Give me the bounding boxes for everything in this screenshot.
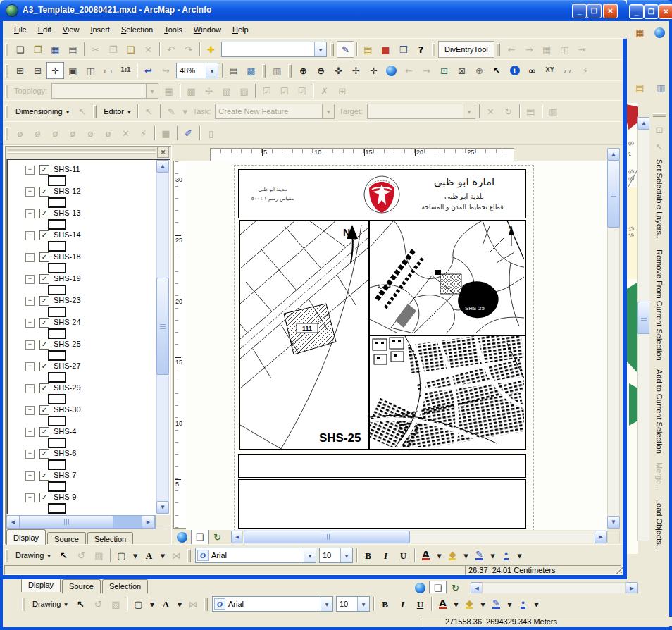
toc-drag-handle[interactable] — [8, 149, 156, 156]
layer-visibility-checkbox[interactable]: ✓ — [39, 405, 49, 415]
layer-name[interactable]: SHS-30 — [54, 405, 81, 414]
expand-collapse-toggle[interactable]: − — [25, 297, 35, 306]
refresh-view-button[interactable]: ↻ — [209, 530, 226, 544]
bold-button[interactable]: B — [359, 547, 377, 564]
layer-name[interactable]: SHS-6 — [54, 449, 76, 457]
expand-collapse-toggle[interactable]: − — [25, 231, 35, 240]
layer-visibility-checkbox[interactable]: ✓ — [39, 362, 49, 371]
find-button[interactable]: ∞ — [523, 62, 541, 79]
text-dropdown[interactable]: ▾ — [158, 547, 168, 564]
toc-scroll-down-button[interactable]: ▼ — [156, 501, 169, 514]
underline-button[interactable]: U — [411, 595, 429, 612]
menu-selection[interactable]: Selection — [116, 23, 158, 37]
expand-collapse-toggle[interactable]: − — [25, 450, 35, 459]
background-close-button[interactable]: ✕ — [659, 4, 672, 19]
one-to-one-button[interactable]: 1:1 — [117, 62, 135, 79]
go-back-extent-button[interactable]: ↩ — [139, 62, 157, 79]
layer-visibility-checkbox[interactable]: ✓ — [39, 427, 49, 437]
fill-color-button[interactable]: ◆ — [444, 547, 461, 564]
font-size-combo[interactable]: 10▼ — [319, 548, 353, 563]
layout-view-button[interactable]: ❏ — [191, 530, 209, 544]
layer-name[interactable]: SHS-19 — [54, 274, 81, 283]
expand-collapse-toggle[interactable]: − — [25, 319, 35, 328]
arccatalog-button[interactable]: ▤ — [359, 41, 377, 58]
combo-dropdown-arrow[interactable]: ▼ — [304, 548, 316, 562]
fill-color-dropdown[interactable]: ▾ — [478, 595, 487, 612]
layer-visibility-checkbox[interactable]: ✓ — [39, 252, 49, 262]
command-line-button[interactable]: ❒ — [394, 41, 412, 58]
text-tool-button[interactable]: A — [157, 595, 175, 612]
rectangle-tool-button[interactable]: ▢ — [130, 595, 147, 612]
layout-vscrollbar-thumb[interactable] — [607, 160, 620, 228]
zoom-to-selected-button[interactable]: ⊕ — [471, 62, 488, 79]
menu-view[interactable]: View — [57, 23, 85, 37]
pan-page-button[interactable]: ✛ — [46, 62, 64, 79]
menu-tools[interactable]: Tools — [158, 23, 188, 37]
background-tab-selection[interactable]: Selection — [102, 579, 148, 593]
layer-name[interactable]: SHS-25 — [54, 340, 81, 348]
drawing-menu[interactable]: Drawing▼ — [28, 596, 72, 612]
background-minimize-button[interactable]: _ — [629, 4, 644, 19]
div-entry-tool-button[interactable]: DivEntryTool — [438, 41, 494, 58]
layer-symbol-swatch[interactable] — [48, 175, 66, 186]
refresh-view-button[interactable]: ↻ — [447, 581, 464, 595]
layer-visibility-checkbox[interactable]: ✓ — [39, 449, 49, 459]
data-view-button[interactable]: ● — [411, 581, 429, 595]
expand-collapse-toggle[interactable]: − — [25, 253, 35, 262]
shape-dropdown[interactable]: ▾ — [147, 595, 157, 612]
bold-button[interactable]: B — [376, 595, 394, 612]
pan-button[interactable]: ✛ — [365, 62, 382, 79]
layer-visibility-checkbox[interactable]: ✓ — [39, 383, 49, 393]
layer-name[interactable]: SHS-11 — [54, 165, 80, 173]
fill-color-button[interactable]: ◆ — [461, 595, 478, 612]
layer-symbol-swatch[interactable] — [48, 416, 66, 426]
background-tab-source[interactable]: Source — [62, 579, 101, 593]
toc-hscrollbar-thumb[interactable] — [19, 515, 113, 529]
layer-symbol-swatch[interactable] — [48, 481, 66, 492]
italic-button[interactable]: I — [377, 547, 394, 564]
background-toolbox-icon[interactable]: ▦ — [631, 24, 649, 41]
new-map-button[interactable]: ❏ — [11, 41, 29, 58]
layer-symbol-swatch[interactable] — [48, 459, 66, 470]
layer-symbol-swatch[interactable] — [48, 328, 66, 339]
layout-workspace[interactable]: مدينة ابو ظبى مقياس رسم ١ : ٥٠٠ امارة اب… — [186, 161, 607, 530]
layer-visibility-checkbox[interactable]: ✓ — [39, 340, 49, 350]
identify-button[interactable]: i — [506, 62, 523, 79]
load-objects-button[interactable]: Load Objects... — [655, 499, 664, 551]
font-color-button[interactable]: A — [434, 595, 452, 612]
expand-collapse-toggle[interactable]: − — [25, 209, 35, 218]
layer-symbol-swatch[interactable] — [48, 372, 66, 383]
data-view-button[interactable]: ● — [173, 530, 191, 544]
zoom-page-width-button[interactable]: ◫ — [82, 62, 99, 79]
layer-symbol-swatch[interactable] — [48, 438, 66, 448]
arctoolbox-button[interactable]: ■ — [377, 41, 394, 58]
layer-symbol-swatch[interactable] — [48, 503, 66, 514]
marker-color-button[interactable]: • — [514, 595, 532, 612]
combo-dropdown-arrow[interactable]: ▼ — [314, 42, 326, 56]
font-color-dropdown[interactable]: ▾ — [435, 547, 444, 564]
layer-name[interactable]: SHS-18 — [54, 252, 81, 261]
zoom-out-page-button[interactable]: ⊟ — [29, 62, 46, 79]
focus-data-frame-button[interactable]: ▩ — [242, 62, 260, 79]
go-to-xy-button[interactable]: XY — [541, 62, 559, 79]
layer-name[interactable]: SHS-29 — [54, 383, 81, 392]
background-maximize-button[interactable]: ❐ — [644, 4, 659, 19]
layer-name[interactable]: SHS-7 — [54, 471, 76, 479]
toc-scroll-left-button[interactable]: ◀ — [6, 515, 20, 529]
line-color-button[interactable]: ✎ — [471, 547, 488, 564]
toolbar-drag-handle[interactable] — [653, 113, 666, 117]
menu-window[interactable]: Window — [188, 23, 227, 37]
layer-symbol-swatch[interactable] — [48, 263, 66, 273]
minimize-button[interactable]: _ — [572, 4, 587, 18]
background-globe-icon[interactable]: ● — [651, 24, 668, 41]
background-table-icon[interactable]: ▥ — [652, 79, 670, 96]
print-button[interactable]: ▤ — [64, 41, 82, 58]
set-selectable-layers-button[interactable]: Set Selectable Layers... — [655, 159, 664, 241]
dimension-edit-button[interactable]: ✐ — [180, 125, 197, 142]
combo-dropdown-arrow[interactable]: ▼ — [357, 597, 369, 611]
expand-collapse-toggle[interactable]: − — [25, 362, 35, 371]
layout-scroll-up-button[interactable]: ▲ — [607, 148, 620, 161]
add-to-current-selection-button[interactable]: Add to Current Selection — [655, 369, 664, 454]
menu-edit[interactable]: Edit — [32, 23, 57, 37]
measure-button[interactable]: ▱ — [559, 62, 576, 79]
